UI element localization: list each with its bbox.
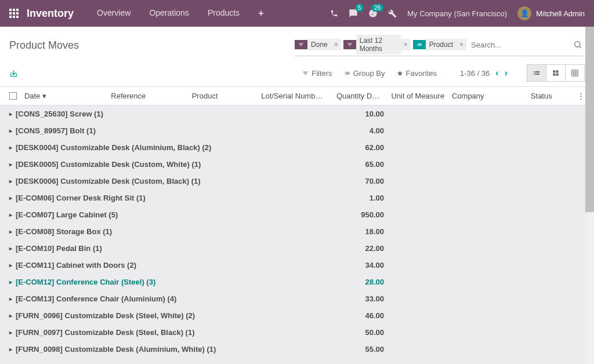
page-title: Product Moves [9, 39, 79, 52]
col-reference[interactable]: Reference [111, 92, 191, 100]
favorites-button[interactable]: Favorites [397, 69, 437, 78]
group-name: [DESK0006] Customizable Desk (Custom, Bl… [16, 177, 253, 185]
caret-right-icon: ▸ [9, 195, 12, 201]
group-row[interactable]: ▸ [DESK0004] Customizable Desk (Aluminiu… [0, 139, 594, 156]
col-date[interactable]: Date ▾ [24, 92, 111, 100]
group-qty: 62.00 [253, 143, 384, 152]
group-name: [FURN_0097] Customizable Desk (Steel, Bl… [16, 328, 253, 337]
group-name: [E-COM11] Cabinet with Doors (2) [16, 261, 253, 270]
export-icon[interactable] [9, 69, 18, 78]
group-name: [FURN_0096] Customizable Desk (Steel, Wh… [16, 311, 253, 320]
group-qty: 950.00 [253, 210, 384, 219]
nav-operations[interactable]: Operations [142, 3, 195, 23]
caret-right-icon: ▸ [9, 346, 12, 352]
caret-right-icon: ▸ [9, 296, 12, 302]
col-product[interactable]: Product [192, 92, 262, 100]
filter-icon [343, 40, 356, 49]
group-qty: 33.00 [253, 294, 384, 303]
facet-close[interactable]: × [401, 39, 411, 50]
company-selector[interactable]: My Company (San Francisco) [407, 9, 507, 18]
group-row[interactable]: ▸ [DESK0005] Customizable Desk (Custom, … [0, 156, 594, 173]
col-options[interactable]: ⋮ [567, 92, 585, 100]
scrollbar[interactable] [585, 27, 594, 364]
group-row[interactable]: ▸ [E-COM13] Conference Chair (Aluminium)… [0, 290, 594, 307]
pager: 1-36 / 36 ‹ › [460, 68, 508, 78]
nav-overview[interactable]: Overview [90, 3, 137, 23]
col-qty[interactable]: Quantity D… [328, 92, 380, 100]
scrollbar-thumb[interactable] [585, 27, 594, 212]
group-row[interactable]: ▸ [FURN_0096] Customizable Desk (Steel, … [0, 307, 594, 324]
caret-right-icon: ▸ [9, 144, 12, 151]
brand-title[interactable]: Inventory [27, 8, 74, 20]
search-icon[interactable] [571, 40, 585, 49]
group-row[interactable]: ▸ [FURN_0097] Customizable Desk (Steel, … [0, 324, 594, 341]
kanban-view-button[interactable] [546, 64, 566, 82]
select-all-checkbox[interactable] [9, 92, 17, 100]
group-row[interactable]: ▸ [FURN_0098] Customizable Desk (Alumini… [0, 341, 594, 358]
group-name: [E-COM08] Storage Box (1) [16, 227, 253, 236]
nav-add[interactable]: + [251, 3, 270, 23]
caret-right-icon: ▸ [9, 262, 12, 268]
caret-right-icon: ▸ [9, 228, 12, 235]
group-qty: 22.00 [253, 244, 384, 253]
pager-next[interactable]: › [505, 68, 508, 78]
group-name: [E-COM13] Conference Chair (Aluminium) (… [16, 294, 253, 303]
list-body: ▸ [CONS_25630] Screw (1) 10.00▸ [CONS_89… [0, 105, 594, 364]
phone-icon[interactable] [330, 9, 338, 17]
group-row[interactable]: ▸ [E-COM08] Storage Box (1) 18.00 [0, 223, 594, 240]
caret-right-icon: ▸ [9, 279, 12, 285]
filter-icon [295, 40, 307, 49]
activity-icon[interactable]: 26 [368, 9, 378, 18]
col-status[interactable]: Status [515, 92, 567, 100]
group-qty: 70.00 [253, 177, 384, 185]
list-view-button[interactable] [527, 64, 546, 82]
group-name: [E-COM12] Conference Chair (Steel) (3) [16, 278, 253, 286]
facet-done: Done × [295, 39, 341, 50]
group-row[interactable]: ▸ [CONS_89957] Bolt (1) 4.00 [0, 122, 594, 139]
pager-prev[interactable]: ‹ [495, 68, 498, 78]
col-uom[interactable]: Unit of Measure [379, 92, 452, 100]
pivot-view-button[interactable] [565, 64, 585, 82]
group-qty: 34.00 [253, 261, 384, 270]
tools-icon[interactable] [388, 9, 397, 18]
group-name: [CONS_89957] Bolt (1) [16, 126, 253, 135]
nav-links: Overview Operations Products + [90, 3, 270, 23]
messaging-icon[interactable]: 5 [349, 9, 358, 18]
caret-right-icon: ▸ [9, 329, 12, 336]
caret-right-icon: ▸ [9, 245, 12, 252]
group-name: [DESK0004] Customizable Desk (Aluminium,… [16, 143, 253, 152]
col-lot[interactable]: Lot/Serial Numb… [261, 92, 328, 100]
pager-text[interactable]: 1-36 / 36 [460, 69, 490, 78]
search-bar[interactable]: Done × Last 12 Months × Product × [295, 35, 585, 56]
group-qty: 55.00 [253, 345, 384, 354]
col-company[interactable]: Company [452, 92, 516, 100]
group-row[interactable]: ▸ [CONS_25630] Screw (1) 10.00 [0, 105, 594, 122]
group-row[interactable]: ▸ [E-COM07] Large Cabinet (5) 950.00 [0, 206, 594, 223]
group-qty: 46.00 [253, 311, 384, 320]
caret-right-icon: ▸ [9, 312, 12, 319]
svg-point-0 [575, 42, 580, 47]
apps-icon[interactable] [9, 9, 19, 18]
group-row[interactable]: ▸ [E-COM10] Pedal Bin (1) 22.00 [0, 240, 594, 257]
group-name: [DESK0005] Customizable Desk (Custom, Wh… [16, 160, 253, 169]
group-row[interactable]: ▸ [DESK0006] Customizable Desk (Custom, … [0, 173, 594, 190]
view-switcher [527, 64, 585, 82]
nav-products[interactable]: Products [201, 3, 247, 23]
group-row[interactable]: ▸ [E-COM12] Conference Chair (Steel) (3)… [0, 274, 594, 290]
search-input[interactable] [469, 38, 571, 52]
group-qty: 65.00 [253, 160, 384, 169]
group-qty: 4.00 [253, 126, 384, 135]
group-row[interactable]: ▸ [E-COM11] Cabinet with Doors (2) 34.00 [0, 257, 594, 274]
top-navbar: Inventory Overview Operations Products +… [0, 0, 594, 27]
facet-close[interactable]: × [457, 39, 466, 50]
group-row[interactable]: ▸ [E-COM06] Corner Desk Right Sit (1) 1.… [0, 190, 594, 206]
filters-button[interactable]: Filters [302, 69, 332, 78]
facet-last12: Last 12 Months × [343, 35, 411, 54]
group-name: [FURN_0098] Customizable Desk (Aluminium… [16, 345, 253, 354]
facet-close[interactable]: × [331, 39, 341, 50]
sort-desc-icon: ▾ [42, 92, 46, 100]
group-icon [413, 40, 426, 49]
groupby-button[interactable]: Group By [344, 69, 385, 78]
avatar: 👤 [517, 6, 531, 20]
user-menu[interactable]: 👤 Mitchell Admin [517, 6, 585, 20]
